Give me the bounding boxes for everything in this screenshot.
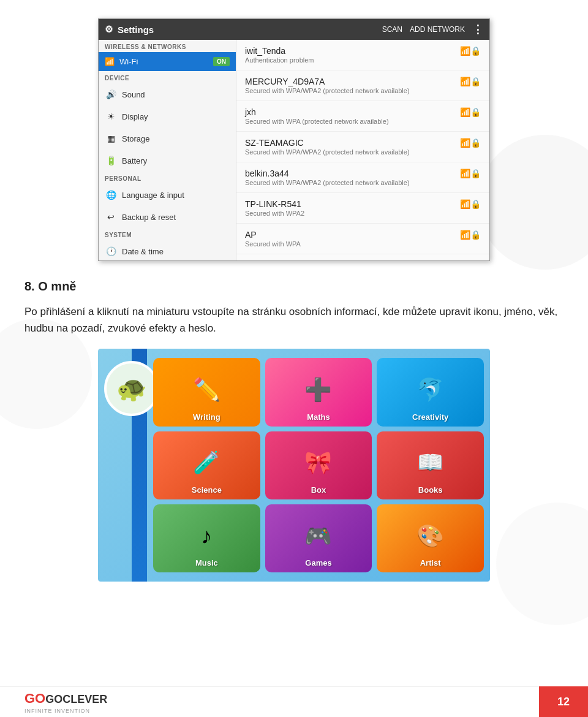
logo-tagline: INFINITE INVENTION — [24, 708, 107, 714]
signal-icon: 📶🔒 — [460, 230, 481, 240]
signal-icon: 📶🔒 — [460, 169, 481, 178]
app-grid-container: 🐢 ✏️ Writing ➕ Maths 🐬 Creativity 🧪 — [98, 349, 490, 582]
maths-icon: ➕ — [304, 377, 332, 403]
artist-label: Artist — [420, 558, 441, 567]
network-item-iwit[interactable]: iwit_Tenda Authentication problem 📶🔒 — [236, 40, 489, 70]
sidebar-item-language[interactable]: 🌐 Language & input — [99, 184, 236, 206]
network-item-tplink-3e654a[interactable]: TP-LINK-3E654A Secured with WPA/WPA2 (pr… — [236, 254, 489, 260]
backup-label: Backup & reset — [122, 213, 176, 222]
display-icon: ☀ — [105, 110, 117, 123]
settings-title: Settings — [118, 25, 154, 35]
backup-icon: ↩ — [105, 211, 117, 223]
writing-label: Writing — [193, 412, 221, 422]
app-cell-artist[interactable]: 🎨 Artist — [377, 504, 484, 572]
creativity-label: Creativity — [412, 412, 448, 422]
footer-logo: GO GOCLEVER INFINITE INVENTION — [24, 691, 107, 714]
app-cell-box[interactable]: 🎀 Box — [265, 431, 372, 499]
wifi-toggle[interactable]: ON — [213, 57, 230, 66]
science-label: Science — [192, 485, 222, 495]
science-icon: 🧪 — [193, 450, 221, 476]
settings-sidebar: WIRELESS & NETWORKS 📶 Wi-Fi ON DEVICE 🔊 … — [99, 40, 236, 260]
signal-icon: 📶🔒 — [460, 107, 481, 117]
music-icon: ♪ — [201, 523, 212, 549]
settings-screenshot: ⚙ Settings SCAN ADD NETWORK ⋮ WIRELESS &… — [98, 18, 490, 261]
sidebar-item-datetime[interactable]: 🕐 Date & time — [99, 240, 236, 260]
network-item-sz-teamagic[interactable]: SZ-TEAMAGIC Secured with WPA/WPA2 (prote… — [236, 132, 489, 162]
sidebar-item-wifi[interactable]: 📶 Wi-Fi ON — [99, 52, 236, 71]
network-name: iwit_Tenda — [245, 46, 314, 56]
wifi-icon: 📶 — [105, 57, 115, 66]
music-label: Music — [195, 558, 218, 567]
network-info: AP Secured with WPA — [245, 230, 301, 248]
language-label: Language & input — [122, 191, 184, 200]
section-header-device: DEVICE — [99, 71, 236, 83]
app-grid-image: 🐢 ✏️ Writing ➕ Maths 🐬 Creativity 🧪 — [98, 349, 490, 582]
sidebar-item-display[interactable]: ☀ Display — [99, 105, 236, 127]
section-description: Po přihlášení a kliknutí na miniaturu vs… — [24, 303, 564, 336]
app-cell-games[interactable]: 🎮 Games — [265, 504, 372, 572]
settings-body: WIRELESS & NETWORKS 📶 Wi-Fi ON DEVICE 🔊 … — [99, 40, 489, 260]
maths-label: Maths — [307, 412, 330, 422]
network-info: jxh Secured with WPA (protected network … — [245, 107, 389, 125]
app-grid: ✏️ Writing ➕ Maths 🐬 Creativity 🧪 Scienc… — [153, 358, 484, 572]
box-icon: 🎀 — [304, 450, 332, 476]
signal-icon: 📶🔒 — [460, 77, 481, 86]
network-item-jxh[interactable]: jxh Secured with WPA (protected network … — [236, 101, 489, 132]
network-info: iwit_Tenda Authentication problem — [245, 46, 314, 64]
network-item-mercury[interactable]: MERCURY_4D9A7A Secured with WPA/WPA2 (pr… — [236, 70, 489, 101]
add-network-button[interactable]: ADD NETWORK — [410, 25, 465, 34]
network-name: TP-LINK-R541 — [245, 199, 304, 209]
network-item-tplink-r541[interactable]: TP-LINK-R541 Secured with WPA2 📶🔒 — [236, 193, 489, 224]
box-label: Box — [311, 485, 326, 495]
sidebar-item-storage[interactable]: ▦ Storage — [99, 127, 236, 150]
datetime-label: Date & time — [122, 247, 164, 256]
app-cell-science[interactable]: 🧪 Science — [153, 431, 260, 499]
app-cell-creativity[interactable]: 🐬 Creativity — [377, 358, 484, 426]
network-item-ap[interactable]: AP Secured with WPA 📶🔒 — [236, 224, 489, 254]
creativity-icon: 🐬 — [417, 377, 444, 403]
battery-icon: 🔋 — [105, 154, 117, 167]
settings-app-icon: ⚙ — [105, 24, 113, 35]
app-cell-maths[interactable]: ➕ Maths — [265, 358, 372, 426]
scan-button[interactable]: SCAN — [382, 25, 402, 34]
title-left: ⚙ Settings — [105, 24, 154, 35]
page-content: ⚙ Settings SCAN ADD NETWORK ⋮ WIRELESS &… — [0, 0, 588, 600]
app-cell-books[interactable]: 📖 Books — [377, 431, 484, 499]
sidebar-item-battery[interactable]: 🔋 Battery — [99, 150, 236, 172]
overflow-menu-button[interactable]: ⋮ — [472, 23, 483, 36]
sidebar-item-sound[interactable]: 🔊 Sound — [99, 83, 236, 105]
language-icon: 🌐 — [105, 189, 117, 201]
network-info: belkin.3a44 Secured with WPA/WPA2 (prote… — [245, 169, 410, 186]
storage-icon: ▦ — [105, 132, 117, 145]
network-status: Secured with WPA2 — [245, 210, 304, 217]
logo-area: GO GOCLEVER INFINITE INVENTION — [24, 691, 107, 714]
footer: GO GOCLEVER INFINITE INVENTION 12 — [0, 686, 588, 717]
sidebar-item-backup[interactable]: ↩ Backup & reset — [99, 206, 236, 228]
signal-icon: 📶🔒 — [460, 46, 481, 56]
section-number: 8. O mně — [24, 279, 564, 294]
app-cell-music[interactable]: ♪ Music — [153, 504, 260, 572]
wifi-network-panel: iwit_Tenda Authentication problem 📶🔒 MER… — [236, 40, 489, 260]
network-info: MERCURY_4D9A7A Secured with WPA/WPA2 (pr… — [245, 77, 410, 94]
section-header-personal: PERSONAL — [99, 172, 236, 184]
network-name: jxh — [245, 107, 389, 117]
storage-label: Storage — [122, 134, 150, 143]
network-name: AP — [245, 230, 301, 240]
footer-page-number: 12 — [539, 686, 588, 717]
books-label: Books — [418, 485, 443, 495]
android-title-bar: ⚙ Settings SCAN ADD NETWORK ⋮ — [99, 19, 489, 40]
network-status: Secured with WPA — [245, 240, 301, 248]
network-name: belkin.3a44 — [245, 169, 410, 178]
network-name: SZ-TEAMAGIC — [245, 138, 410, 148]
display-label: Display — [122, 112, 148, 121]
title-actions[interactable]: SCAN ADD NETWORK ⋮ — [382, 23, 483, 36]
signal-icon: 📶🔒 — [460, 138, 481, 148]
signal-icon: 📶🔒 — [460, 199, 481, 209]
writing-icon: ✏️ — [193, 377, 221, 403]
turtle-avatar: 🐢 — [104, 361, 159, 416]
wifi-label: Wi-Fi — [119, 57, 138, 66]
network-item-belkin[interactable]: belkin.3a44 Secured with WPA/WPA2 (prote… — [236, 162, 489, 193]
app-cell-writing[interactable]: ✏️ Writing — [153, 358, 260, 426]
sound-label: Sound — [122, 90, 145, 99]
section-header-wireless: WIRELESS & NETWORKS — [99, 40, 236, 52]
